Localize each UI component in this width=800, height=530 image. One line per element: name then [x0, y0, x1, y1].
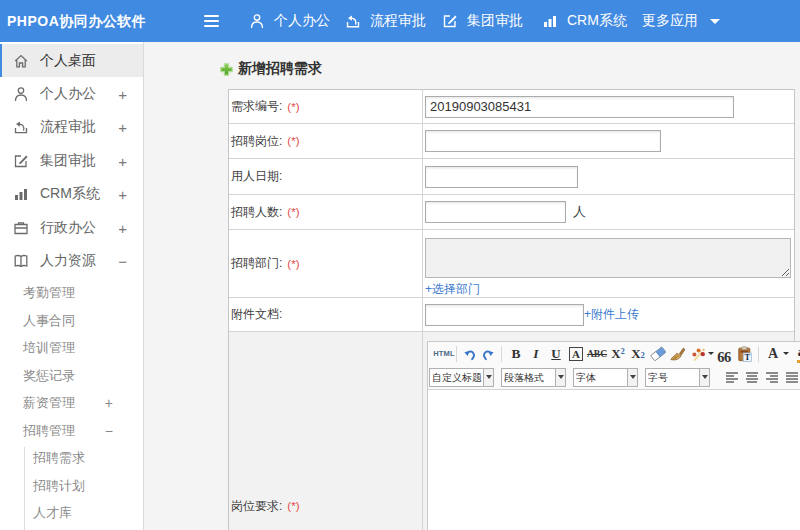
sidebar-subitem-3[interactable]: 奖惩记录	[0, 362, 143, 390]
italic-button[interactable]: I	[526, 344, 546, 364]
sidebar-item-5[interactable]: 行政办公 +	[0, 211, 143, 244]
form-value-cell	[423, 159, 794, 194]
expand-toggle[interactable]: +	[118, 86, 127, 103]
sidebar-subsubitem-1[interactable]: 招聘计划	[0, 472, 143, 500]
expand-toggle[interactable]: +	[118, 186, 127, 203]
sidebar-subitem-label: 人事合同	[23, 312, 75, 330]
expand-toggle[interactable]: −	[118, 253, 127, 270]
editor-dropdown-0[interactable]: 自定义标题	[429, 368, 494, 387]
background-color-button[interactable]: a	[791, 344, 800, 364]
underline-button[interactable]: U	[546, 344, 566, 364]
form-value-cell	[423, 124, 794, 158]
dropdown-selected-label: 字体	[574, 369, 627, 386]
subscript-button[interactable]: X2	[628, 344, 648, 364]
position-input[interactable]	[425, 130, 661, 152]
expand-toggle[interactable]: +	[118, 219, 127, 236]
superscript-button[interactable]: X2	[608, 344, 628, 364]
sidebar-item-1[interactable]: 个人办公 +	[0, 77, 143, 110]
sidebar-item-label: 行政办公	[40, 219, 96, 237]
sidebar-item-6[interactable]: 人力资源 −	[0, 244, 143, 277]
count-input[interactable]	[425, 201, 566, 223]
blockquote-button[interactable]: 66	[714, 344, 734, 364]
sidebar: 个人桌面 个人办公 + 流程审批 + 集团审批 + CRM系统 + 行政办公 +…	[0, 42, 144, 530]
sidebar-item-3[interactable]: 集团审批 +	[0, 144, 143, 177]
editor-dropdown-1[interactable]: 段落格式	[501, 368, 566, 387]
dropdown-selected-label: 字号	[646, 369, 699, 386]
form-label-cell: 招聘人数:(*)	[229, 195, 423, 229]
form-row-dept: 招聘部门:(*) +选择部门	[229, 230, 794, 298]
font-border-button[interactable]: A	[566, 344, 586, 364]
topnav-label: 流程审批	[370, 12, 426, 30]
undo-icon[interactable]	[461, 344, 479, 364]
form-value-cell: +选择部门	[423, 230, 794, 297]
top-navigation: 个人办公 流程审批 集团审批 CRM系统 更多应用	[0, 0, 800, 42]
dept-textarea[interactable]	[425, 238, 791, 278]
required-mark: (*)	[287, 258, 299, 270]
form-value-cell: 人	[423, 195, 794, 229]
dropdown-selected-label: 自定义标题	[430, 369, 483, 386]
editor-content-area[interactable]	[428, 390, 800, 530]
dropdown-selected-label: 段落格式	[502, 369, 555, 386]
page-title-text: 新增招聘需求	[238, 60, 322, 78]
sidebar-subitem-0[interactable]: 考勤管理	[0, 280, 143, 308]
select-dept-link[interactable]: +选择部门	[425, 282, 480, 296]
attach-input[interactable]	[425, 304, 584, 326]
sidebar-subitem-4[interactable]: 薪资管理 +	[0, 390, 143, 418]
edit-icon	[13, 153, 29, 169]
form-label-cell: 岗位要求:(*)	[229, 332, 423, 530]
sidebar-item-2[interactable]: 流程审批 +	[0, 111, 143, 144]
justify-right-icon[interactable]	[764, 367, 780, 387]
sidebar-subsubitem-2[interactable]: 人才库	[0, 500, 143, 528]
form-label-cell: 需求编号:(*)	[229, 90, 423, 123]
format-brush-icon[interactable]	[668, 344, 688, 364]
expand-toggle[interactable]: −	[105, 423, 113, 439]
sidebar-item-0[interactable]: 个人桌面	[0, 44, 143, 77]
form-row-count: 招聘人数:(*) 人	[229, 195, 794, 230]
sidebar-subitem-2[interactable]: 培训管理	[0, 335, 143, 363]
justify-center-icon[interactable]	[744, 367, 760, 387]
form-value-cell	[423, 90, 794, 123]
expand-toggle[interactable]: +	[105, 395, 113, 411]
sidebar-item-label: 个人办公	[40, 85, 96, 103]
redo-icon[interactable]	[479, 344, 497, 364]
attach-upload-link[interactable]: +附件上传	[584, 306, 639, 323]
expand-toggle[interactable]: +	[118, 119, 127, 136]
form-label-cell: 用人日期:	[229, 159, 423, 194]
sidebar-subitem-5[interactable]: 招聘管理 −	[0, 417, 143, 445]
form-value-cell: +附件上传	[423, 298, 794, 331]
topnav-personal-office[interactable]: 个人办公	[249, 0, 330, 42]
editor-dropdown-2[interactable]: 字体	[573, 368, 638, 387]
edit-icon	[442, 13, 458, 29]
sidebar-subitem-1[interactable]: 人事合同	[0, 307, 143, 335]
editor-dropdown-3[interactable]: 字号	[645, 368, 710, 387]
topnav-group-approval[interactable]: 集团审批	[442, 0, 523, 42]
reqno-input[interactable]	[425, 96, 734, 118]
topnav-process-approval[interactable]: 流程审批	[345, 0, 426, 42]
paste-text-icon[interactable]: T	[734, 344, 754, 364]
dropdown-arrow-icon[interactable]	[783, 344, 789, 364]
required-mark: (*)	[287, 101, 299, 113]
topnav-crm[interactable]: CRM系统	[542, 0, 627, 42]
book-icon	[13, 253, 29, 269]
topnav-more-apps[interactable]: 更多应用	[642, 0, 720, 42]
scrawl-icon[interactable]	[688, 344, 708, 364]
top-header: PHPOA协同办公软件 个人办公 流程审批 集团审批 CRM系统 更多应用	[0, 0, 800, 42]
sidebar-item-label: CRM系统	[40, 185, 100, 203]
topnav-label: 集团审批	[467, 12, 523, 30]
justify-full-icon[interactable]	[784, 367, 800, 387]
justify-left-icon[interactable]	[724, 367, 740, 387]
svg-text:T: T	[744, 352, 750, 362]
form-label-cell: 招聘部门:(*)	[229, 230, 423, 297]
strikethrough-button[interactable]: ABC	[586, 344, 608, 364]
sidebar-subsubitem-0[interactable]: 招聘需求	[0, 445, 143, 473]
sidebar-item-4[interactable]: CRM系统 +	[0, 178, 143, 211]
source-code-button[interactable]: HTML	[434, 344, 454, 364]
font-color-button[interactable]: A	[763, 344, 783, 364]
expand-toggle[interactable]: +	[118, 152, 127, 169]
remove-format-icon[interactable]	[648, 344, 668, 364]
sidebar-subitem-label: 奖惩记录	[23, 367, 75, 385]
sidebar-subitem-label: 招聘管理	[23, 422, 75, 440]
bold-button[interactable]: B	[506, 344, 526, 364]
date-input[interactable]	[425, 166, 578, 188]
recruit-subtree: 招聘需求 招聘计划 人才库	[0, 445, 143, 528]
